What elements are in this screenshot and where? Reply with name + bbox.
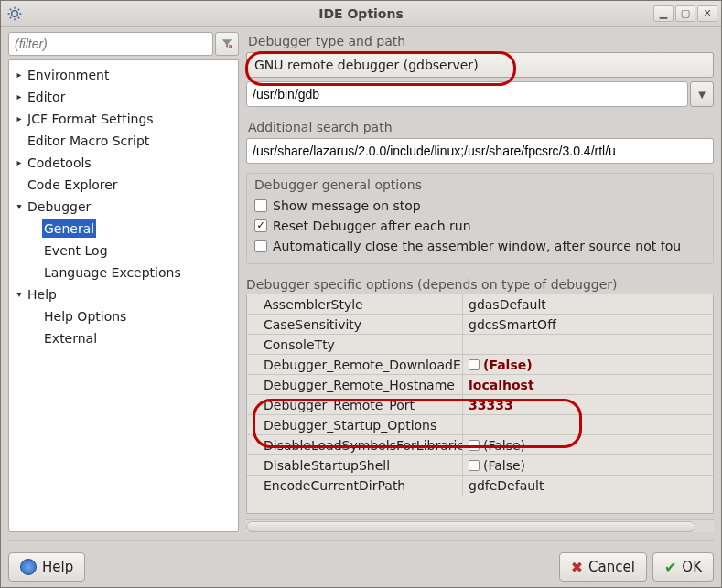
help-button[interactable]: Help [8,552,85,582]
grid-row[interactable]: Debugger_Remote_DownloadEx(False) [247,355,713,375]
minimize-button[interactable]: ▁ [653,5,674,22]
grid-row[interactable]: ConsoleTty [247,335,713,355]
reset-debugger-checkbox[interactable] [254,219,267,232]
tree-item-environment[interactable]: ▸Environment [9,64,238,86]
reset-debugger-row[interactable]: Reset Debugger after each run [254,216,706,236]
grid-value-checkbox[interactable] [469,440,480,451]
filter-input[interactable] [8,32,213,56]
tree-item-language-exceptions[interactable]: Language Exceptions [9,262,238,283]
options-window: IDE Options ▁ ▢ ✕ ▸Environment▸Editor▸JC… [0,0,722,588]
tree-item-label: JCF Format Settings [26,110,156,128]
grid-cell-value[interactable]: localhost [463,375,713,394]
debugger-type-combo[interactable]: GNU remote debugger (gdbserver) [246,52,714,78]
tree-item-label: Language Exceptions [42,263,183,282]
debugger-type-path-label: Debugger type and path [246,32,714,48]
tree-item-external[interactable]: External [9,327,238,349]
tree-item-help[interactable]: ▾Help [9,283,238,305]
grid-value-text: gdfeDefault [469,478,544,493]
grid-cell-value[interactable] [463,335,713,354]
grid-cell-name: CaseSensitivity [247,315,463,334]
grid-cell-value[interactable]: 33333 [463,395,713,414]
grid-row[interactable]: EncodeCurrentDirPathgdfeDefault [247,476,713,496]
chevron-right-icon[interactable]: ▸ [13,154,26,172]
ok-button[interactable]: ✔ OK [652,552,714,582]
tree-item-code-explorer[interactable]: Code Explorer [9,174,238,196]
auto-close-assembler-row[interactable]: Automatically close the assembler window… [254,236,706,256]
specific-options-grid[interactable]: AssemblerStylegdasDefaultCaseSensitivity… [246,294,714,514]
window-title: IDE Options [1,6,721,21]
tree-item-debugger[interactable]: ▾Debugger [9,196,238,218]
grid-value-checkbox[interactable] [469,359,480,370]
grid-cell-value[interactable]: (False) [463,455,713,475]
ok-icon: ✔ [664,559,676,576]
grid-cell-name: Debugger_Remote_Hostname [247,375,463,394]
left-pane: ▸Environment▸Editor▸JCF Format SettingsE… [8,32,239,532]
tree-item-help-options[interactable]: Help Options [9,305,238,327]
grid-row[interactable]: Debugger_Remote_Hostnamelocalhost [247,375,713,395]
debugger-type-value: GNU remote debugger (gdbserver) [254,58,479,72]
chevron-down-icon[interactable]: ▾ [13,285,26,304]
grid-row[interactable]: CaseSensitivitygdcsSmartOff [247,315,713,335]
grid-row[interactable]: DisableLoadSymbolsForLibraries(False) [247,435,713,455]
debugger-path-row: ▼ [246,81,714,107]
reset-debugger-label: Reset Debugger after each run [273,216,471,236]
tree-item-codetools[interactable]: ▸Codetools [9,152,238,174]
grid-cell-name: DisableStartupShell [247,455,463,475]
grid-cell-value[interactable] [463,415,713,434]
cancel-icon: ✖ [571,559,583,576]
horizontal-scrollbar[interactable] [246,519,714,532]
debugger-general-options-group: Debugger general options Show message on… [246,173,714,264]
additional-search-path-input[interactable] [246,138,714,164]
grid-cell-name: Debugger_Remote_DownloadEx [247,355,463,374]
debugger-path-input[interactable] [246,81,688,107]
grid-cell-value[interactable]: gdasDefault [463,294,713,314]
debugger-path-dropdown-button[interactable]: ▼ [690,81,714,107]
ok-button-label: OK [682,559,702,575]
tree-item-label: Environment [26,66,111,84]
tree-item-label: Code Explorer [26,176,120,194]
grid-row[interactable]: DisableStartupShell(False) [247,455,713,476]
tree-item-jcf-format-settings[interactable]: ▸JCF Format Settings [9,108,238,130]
chevron-right-icon[interactable]: ▸ [13,66,26,84]
chevron-right-icon[interactable]: ▸ [13,88,26,106]
grid-row[interactable]: Debugger_Remote_Port33333 [247,395,713,415]
show-message-label: Show message on stop [273,196,421,216]
app-icon [6,5,23,22]
grid-value-text: gdcsSmartOff [469,317,556,332]
tree-item-label: Help Options [42,307,128,326]
window-controls: ▁ ▢ ✕ [650,5,721,22]
close-button[interactable]: ✕ [697,5,717,22]
grid-row[interactable]: AssemblerStylegdasDefault [247,294,713,315]
tree-item-label: Codetools [26,154,93,172]
scrollbar-thumb[interactable] [246,521,695,532]
divider [8,540,714,541]
cancel-button-label: Cancel [588,559,635,575]
titlebar: IDE Options ▁ ▢ ✕ [1,1,721,27]
tree-item-editor[interactable]: ▸Editor [9,86,238,108]
chevron-right-icon[interactable]: ▸ [13,110,26,128]
chevron-down-icon[interactable]: ▾ [13,198,26,216]
grid-cell-name: AssemblerStyle [247,294,463,314]
tree-item-label: External [42,329,99,347]
tree-item-label: Help [26,285,59,304]
tree-item-general[interactable]: General [9,218,238,240]
grid-cell-value[interactable]: gdcsSmartOff [463,315,713,334]
show-message-on-stop-row[interactable]: Show message on stop [254,196,706,216]
tree-item-editor-macro-script[interactable]: Editor Macro Script [9,130,238,152]
additional-search-path-label: Additional search path [246,118,714,134]
cancel-button[interactable]: ✖ Cancel [559,552,647,582]
show-message-checkbox[interactable] [254,199,267,212]
grid-cell-value[interactable]: (False) [463,355,713,374]
options-tree[interactable]: ▸Environment▸Editor▸JCF Format SettingsE… [8,59,239,532]
filter-row [8,32,239,56]
grid-cell-value[interactable]: gdfeDefault [463,476,713,496]
grid-value-checkbox[interactable] [469,460,480,471]
grid-cell-name: EncodeCurrentDirPath [247,476,463,496]
maximize-button[interactable]: ▢ [675,5,695,22]
grid-cell-value[interactable]: (False) [463,435,713,454]
grid-row[interactable]: Debugger_Startup_Options [247,415,713,435]
grid-value-text: gdasDefault [469,297,546,312]
filter-clear-button[interactable] [215,32,239,56]
tree-item-event-log[interactable]: Event Log [9,240,238,262]
auto-close-assembler-checkbox[interactable] [254,240,267,252]
